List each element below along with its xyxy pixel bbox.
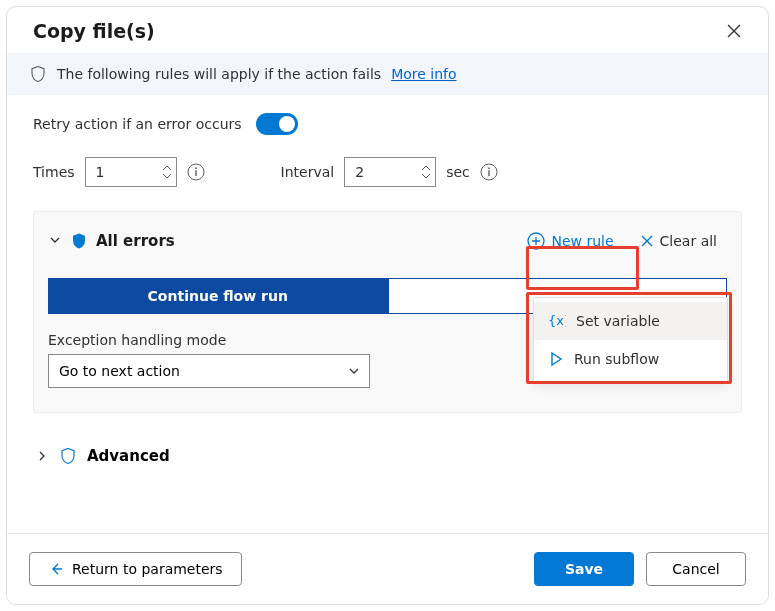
arrow-left-icon [48,561,64,577]
toggle-knob [279,116,295,132]
interval-info[interactable] [480,163,498,181]
info-bar: The following rules will apply if the ac… [7,53,768,95]
new-rule-button[interactable]: New rule [517,226,623,256]
retry-label: Retry action if an error occurs [33,116,242,132]
times-value: 1 [96,164,105,180]
dialog: Copy file(s) The following rules will ap… [6,6,769,605]
chevron-down-icon [162,172,172,179]
save-button[interactable]: Save [534,552,634,586]
plus-circle-icon [527,232,545,250]
titlebar: Copy file(s) [7,7,768,53]
svg-point-1 [195,167,197,169]
collapse-toggle[interactable] [48,232,62,251]
chevron-down-icon [48,233,62,247]
interval-value: 2 [355,164,364,180]
menu-set-variable[interactable]: {x} Set variable [534,302,727,340]
close-icon [726,23,742,39]
svg-rect-5 [488,170,489,176]
retry-toggle[interactable] [256,113,298,135]
shield-icon [70,232,88,250]
all-errors-heading: All errors [96,232,175,250]
close-button[interactable] [722,19,746,43]
svg-text:{x}: {x} [548,313,566,328]
chevron-right-icon [35,449,49,463]
advanced-toggle[interactable]: Advanced [33,441,742,471]
new-rule-label: New rule [551,233,613,249]
menu-set-variable-label: Set variable [576,313,660,329]
menu-run-subflow[interactable]: Run subflow [534,340,727,378]
return-label: Return to parameters [72,561,223,577]
chevron-up-icon [421,165,431,172]
times-info[interactable] [187,163,205,181]
segment-continue[interactable]: Continue flow run [48,278,388,314]
shield-icon [59,447,77,465]
interval-unit: sec [446,164,470,180]
cancel-button[interactable]: Cancel [646,552,746,586]
close-icon [640,234,654,248]
times-input[interactable]: 1 [85,157,177,187]
mode-value: Go to next action [59,363,180,379]
svg-point-4 [488,167,490,169]
interval-input[interactable]: 2 [344,157,436,187]
mode-select[interactable]: Go to next action [48,354,370,388]
play-icon [548,351,564,367]
chevron-down-icon [347,364,361,378]
info-icon [480,163,498,181]
times-label: Times [33,164,75,180]
chevron-up-icon [162,165,172,172]
advanced-heading: Advanced [87,447,170,465]
svg-rect-2 [195,170,196,176]
info-text: The following rules will apply if the ac… [57,66,381,82]
panel-head: All errors New rule Clear all [48,226,727,256]
return-button[interactable]: Return to parameters [29,552,242,586]
times-stepper[interactable] [162,165,172,179]
braces-icon: {x} [548,312,566,330]
new-rule-menu: {x} Set variable Run subflow [533,297,728,383]
retry-row: Retry action if an error occurs [33,113,742,135]
retry-inputs-row: Times 1 Interval 2 sec [33,157,742,187]
interval-label: Interval [281,164,335,180]
clear-all-button[interactable]: Clear all [630,227,727,255]
chevron-down-icon [421,172,431,179]
dialog-title: Copy file(s) [33,20,155,42]
menu-run-subflow-label: Run subflow [574,351,659,367]
clear-all-label: Clear all [660,233,717,249]
footer: Return to parameters Save Cancel [7,533,768,604]
shield-icon [29,65,47,83]
more-info-link[interactable]: More info [391,66,456,82]
info-icon [187,163,205,181]
interval-stepper[interactable] [421,165,431,179]
